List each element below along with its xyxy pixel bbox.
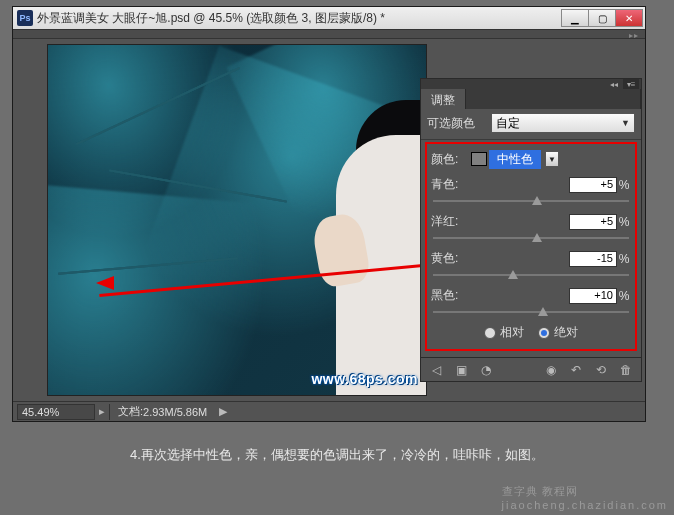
image-watermark: www.68ps.com xyxy=(311,371,418,387)
percent-label: % xyxy=(617,252,631,266)
expand-icon[interactable]: ▣ xyxy=(450,361,472,379)
tab-strip: ▸▸ xyxy=(13,29,645,39)
clip-icon[interactable]: ◔ xyxy=(475,361,497,379)
slider-magenta: 洋红: +5 % xyxy=(431,213,631,244)
slider-track[interactable] xyxy=(433,306,629,318)
percent-label: % xyxy=(617,178,631,192)
status-bar: 45.49% ▸ 文档: 2.93M/5.86M ▶ xyxy=(13,401,645,421)
tab-inactive[interactable] xyxy=(466,89,641,109)
chevron-right-icon[interactable]: ▸ xyxy=(95,405,109,418)
radio-absolute[interactable]: 绝对 xyxy=(538,324,578,341)
radio-label: 绝对 xyxy=(554,324,578,341)
chevron-down-icon: ▼ xyxy=(621,118,630,128)
slider-value-input[interactable]: +10 xyxy=(569,288,617,304)
doc-value: 2.93M/5.86M xyxy=(143,406,207,418)
close-button[interactable] xyxy=(615,9,643,27)
tab-adjustments[interactable]: 调整 xyxy=(421,89,466,109)
ps-app-icon: Ps xyxy=(17,10,33,26)
chevron-down-icon: ▼ xyxy=(545,151,559,167)
percent-label: % xyxy=(617,215,631,229)
reset-prev-icon[interactable]: ↶ xyxy=(565,361,587,379)
arrow-head-icon xyxy=(96,276,114,290)
colors-label: 颜色: xyxy=(431,151,471,168)
percent-label: % xyxy=(617,289,631,303)
play-icon[interactable]: ▶ xyxy=(215,405,231,418)
slider-thumb-icon[interactable] xyxy=(508,270,518,279)
document-image[interactable]: www.68ps.com xyxy=(47,44,427,396)
page-caption: 4.再次选择中性色，亲，偶想要的色调出来了，冷冷的，哇咔咔，如图。 xyxy=(0,446,674,464)
slider-label: 黑色: xyxy=(431,287,569,304)
title-bar[interactable]: Ps 外景蓝调美女 大眼仔~旭.psd @ 45.5% (选取颜色 3, 图层蒙… xyxy=(13,7,645,29)
slider-label: 洋红: xyxy=(431,213,569,230)
slider-black: 黑色: +10 % xyxy=(431,287,631,318)
doc-label: 文档: xyxy=(118,404,143,419)
slider-cyan: 青色: +5 % xyxy=(431,176,631,207)
slider-value-input[interactable]: +5 xyxy=(569,177,617,193)
panel-menu-icon[interactable]: ▾≡ xyxy=(623,79,639,89)
canvas-area: www.68ps.com ◂◂ ▾≡ 调整 可选颜色 自定 ▼ xyxy=(13,39,645,401)
window-title: 外景蓝调美女 大眼仔~旭.psd @ 45.5% (选取颜色 3, 图层蒙版/8… xyxy=(37,10,562,27)
slider-value-input[interactable]: +5 xyxy=(569,214,617,230)
color-swatch-icon xyxy=(471,152,487,166)
slider-track[interactable] xyxy=(433,195,629,207)
minimize-button[interactable] xyxy=(561,9,589,27)
back-icon[interactable]: ◁ xyxy=(425,361,447,379)
preset-label: 可选颜色 xyxy=(427,115,491,132)
slider-thumb-icon[interactable] xyxy=(538,307,548,316)
slider-label: 青色: xyxy=(431,176,569,193)
slider-track[interactable] xyxy=(433,269,629,281)
reset-icon[interactable]: ⟲ xyxy=(590,361,612,379)
visibility-icon[interactable]: ◉ xyxy=(540,361,562,379)
panel-collapse-icon[interactable]: ◂◂ xyxy=(607,79,621,89)
maximize-button[interactable] xyxy=(588,9,616,27)
trash-icon[interactable]: 🗑 xyxy=(615,361,637,379)
slider-thumb-icon[interactable] xyxy=(532,196,542,205)
slider-label: 黄色: xyxy=(431,250,569,267)
colors-select[interactable]: 中性色 ▼ xyxy=(471,150,559,168)
panel-footer: ◁ ▣ ◔ ◉ ↶ ⟲ 🗑 xyxy=(421,357,641,381)
preset-select[interactable]: 自定 ▼ xyxy=(491,113,635,133)
slider-track[interactable] xyxy=(433,232,629,244)
radio-relative[interactable]: 相对 xyxy=(484,324,524,341)
slider-yellow: 黄色: -15 % xyxy=(431,250,631,281)
adjustments-panel: ◂◂ ▾≡ 调整 可选颜色 自定 ▼ 颜色: 中 xyxy=(420,78,642,382)
slider-thumb-icon[interactable] xyxy=(532,233,542,242)
radio-label: 相对 xyxy=(500,324,524,341)
highlight-box: 颜色: 中性色 ▼ 青色: +5 % xyxy=(425,142,637,351)
slider-value-input[interactable]: -15 xyxy=(569,251,617,267)
photoshop-window: Ps 外景蓝调美女 大眼仔~旭.psd @ 45.5% (选取颜色 3, 图层蒙… xyxy=(12,6,646,422)
site-watermark: 查字典 教程网 jiaocheng.chazidian.com xyxy=(502,484,668,511)
zoom-input[interactable]: 45.49% xyxy=(17,404,95,420)
